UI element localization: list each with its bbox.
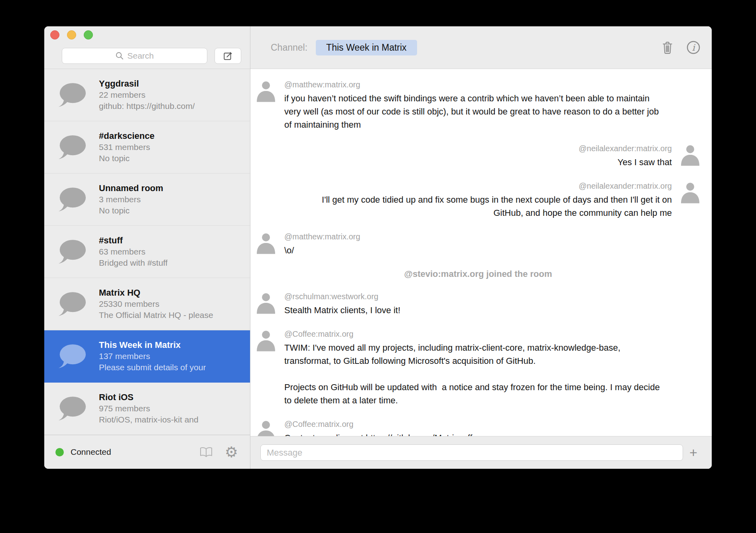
room-name: Yggdrasil (99, 78, 195, 89)
message-text: if you haven’t noticed the swift binding… (284, 92, 661, 131)
room-topic: Please submit details of your (99, 362, 206, 373)
traffic-lights (50, 30, 93, 39)
message-sender: @Coffee:matrix.org (284, 330, 661, 339)
message-group: @Coffee:matrix.org Content now lives at … (256, 419, 701, 436)
room-name: This Week in Matrix (99, 340, 206, 351)
room-row[interactable]: This Week in Matrix 137 members Please s… (44, 330, 250, 383)
room-members: 22 members (99, 89, 195, 101)
message-placeholder: Message (267, 448, 302, 458)
room-row[interactable]: #stuff 63 members Bridged with #stuff (44, 226, 250, 278)
app-window: Search Yggdrasil 22 members github: http… (44, 26, 712, 469)
room-row[interactable]: #darkscience 531 members No topic (44, 121, 250, 174)
speech-bubble-icon (57, 134, 87, 160)
minimize-button[interactable] (67, 30, 76, 39)
person-avatar-icon (256, 231, 276, 254)
event-text: @stevio:matrix.org joined the room (404, 269, 552, 279)
message-group: @matthew:matrix.org if you haven’t notic… (256, 79, 701, 131)
room-list: Yggdrasil 22 members github: https://git… (44, 69, 250, 435)
room-topic: github: https://github.com/ (99, 101, 195, 112)
message-text: Content now lives at https://gitlab.com/… (284, 431, 482, 436)
message-text: Yes I saw that (579, 156, 672, 169)
bookmarks-button[interactable] (199, 446, 213, 458)
room-name: Riot iOS (99, 392, 199, 403)
speech-bubble-icon (57, 187, 87, 212)
sidebar-toolbar: Search (44, 26, 250, 69)
room-name: #stuff (99, 235, 167, 246)
compose-button[interactable] (215, 48, 241, 64)
room-name: Matrix HQ (99, 287, 213, 298)
message-sender: @neilalexander:matrix.org (579, 144, 672, 153)
room-row[interactable]: Yggdrasil 22 members github: https://git… (44, 69, 250, 121)
status-bar: Connected ⚙ (44, 435, 250, 469)
composer-bar: Message + (250, 436, 712, 469)
room-members: 25330 members (99, 298, 213, 310)
speech-bubble-icon (57, 291, 87, 317)
room-topic: No topic (99, 153, 154, 164)
search-input[interactable]: Search (62, 48, 207, 64)
attach-button[interactable]: + (683, 445, 704, 460)
message-group: @matthew:matrix.org \o/ (256, 231, 701, 257)
room-row[interactable]: Unnamed room 3 members No topic (44, 174, 250, 226)
message-text: Stealth Matrix clients, I love it! (284, 304, 400, 317)
room-name: #darkscience (99, 130, 154, 142)
person-avatar-icon (256, 291, 276, 314)
room-info-button[interactable]: i (686, 40, 701, 55)
room-name: Unnamed room (99, 183, 163, 194)
message-text: TWIM: I've moved all my projects, includ… (284, 341, 661, 407)
room-topic: The Official Matrix HQ - please (99, 310, 213, 321)
message-sender: @matthew:matrix.org (284, 80, 661, 89)
chat-header: Channel: This Week in Matrix i (250, 26, 712, 69)
room-row[interactable]: Matrix HQ 25330 members The Official Mat… (44, 278, 250, 330)
plus-icon: + (689, 445, 697, 460)
close-button[interactable] (50, 30, 59, 39)
speech-bubble-icon (57, 343, 87, 369)
search-placeholder: Search (127, 51, 154, 61)
message-group: @rschulman:westwork.org Stealth Matrix c… (256, 291, 701, 317)
message-input[interactable]: Message (260, 444, 683, 461)
chat-pane: Channel: This Week in Matrix i @matthew:… (250, 26, 712, 469)
message-sender: @Coffee:matrix.org (284, 420, 482, 429)
message-sender: @matthew:matrix.org (284, 232, 360, 241)
sidebar: Search Yggdrasil 22 members github: http… (44, 26, 250, 469)
room-members: 137 members (99, 351, 206, 362)
speech-bubble-icon (57, 82, 87, 108)
search-icon (115, 51, 124, 60)
settings-button[interactable]: ⚙ (225, 445, 238, 460)
message-sender: @rschulman:westwork.org (284, 292, 400, 301)
room-members: 975 members (99, 403, 199, 414)
room-members: 3 members (99, 194, 163, 205)
compose-icon (223, 51, 233, 61)
gear-icon: ⚙ (225, 444, 238, 460)
speech-bubble-icon (57, 239, 87, 265)
message-text: I'll get my code tidied up and fix some … (291, 193, 672, 219)
room-members: 63 members (99, 246, 167, 257)
status-dot (55, 448, 64, 456)
status-label: Connected (71, 447, 111, 457)
person-avatar-icon (256, 419, 276, 436)
speech-bubble-icon (57, 396, 87, 421)
room-event-text: @stevio:matrix.org joined the room (256, 269, 701, 279)
book-icon (199, 446, 213, 458)
person-avatar-icon (256, 329, 276, 351)
message-text: \o/ (284, 244, 360, 257)
room-topic: Riot/iOS, matrix-ios-kit and (99, 414, 199, 425)
delete-room-button[interactable] (662, 40, 673, 55)
zoom-button[interactable] (84, 30, 93, 39)
channel-name-chip[interactable]: This Week in Matrix (316, 40, 417, 55)
person-avatar-icon (680, 143, 701, 166)
message-group: @neilalexander:matrix.org Yes I saw that (256, 143, 701, 169)
room-topic: Bridged with #stuff (99, 257, 167, 268)
room-members: 531 members (99, 142, 154, 153)
room-topic: No topic (99, 205, 163, 216)
message-sender: @neilalexander:matrix.org (291, 182, 672, 191)
room-row[interactable]: Riot iOS 975 members Riot/iOS, matrix-io… (44, 383, 250, 435)
message-group: @Coffee:matrix.org TWIM: I've moved all … (256, 329, 701, 407)
svg-text:i: i (692, 42, 695, 53)
person-avatar-icon (680, 181, 701, 203)
person-avatar-icon (256, 79, 276, 102)
message-group: @neilalexander:matrix.org I'll get my co… (256, 181, 701, 219)
message-list[interactable]: @matthew:matrix.org if you haven’t notic… (250, 69, 712, 436)
channel-label: Channel: (271, 42, 307, 53)
